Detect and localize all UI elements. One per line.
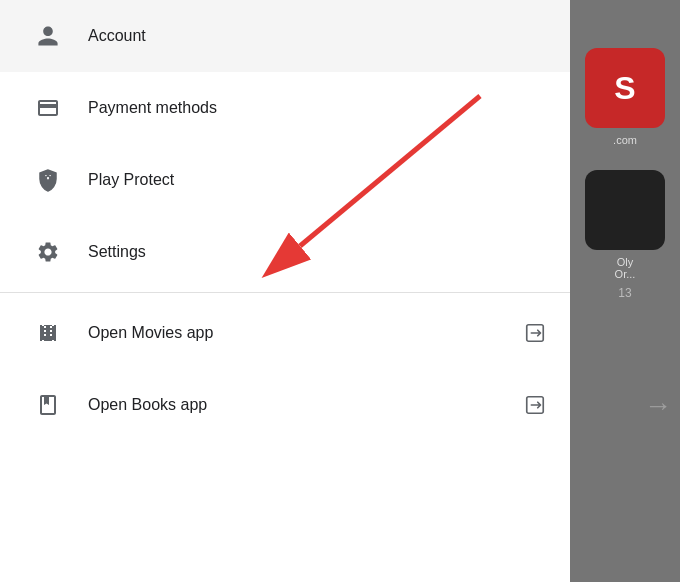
right-arrow-icon: → xyxy=(644,390,672,422)
menu-divider xyxy=(0,292,570,293)
settings-icon xyxy=(24,240,72,264)
menu-item-settings[interactable]: Settings xyxy=(0,216,570,288)
playprotect-icon xyxy=(24,168,72,192)
playprotect-label: Play Protect xyxy=(88,171,546,189)
menu-panel: Account Payment methods Play Protect Set… xyxy=(0,0,570,582)
payment-icon xyxy=(24,96,72,120)
app-num: 13 xyxy=(618,286,631,300)
movies-label: Open Movies app xyxy=(88,324,524,342)
settings-label: Settings xyxy=(88,243,546,261)
books-label: Open Books app xyxy=(88,396,524,414)
app-label-dark: OlyOr... xyxy=(615,256,636,280)
movies-icon xyxy=(24,321,72,345)
payment-label: Payment methods xyxy=(88,99,546,117)
menu-item-movies[interactable]: Open Movies app xyxy=(0,297,570,369)
books-icon xyxy=(24,393,72,417)
menu-item-account[interactable]: Account xyxy=(0,0,570,72)
account-icon xyxy=(24,24,72,48)
app-label-red: .com xyxy=(613,134,637,146)
books-action-icon xyxy=(524,394,546,416)
menu-item-playprotect[interactable]: Play Protect xyxy=(0,144,570,216)
right-panel: S .com OlyOr... 13 → xyxy=(570,0,680,582)
menu-item-payment[interactable]: Payment methods xyxy=(0,72,570,144)
movies-action-icon xyxy=(524,322,546,344)
app-icon-dark xyxy=(585,170,665,250)
account-label: Account xyxy=(88,27,546,45)
menu-item-books[interactable]: Open Books app xyxy=(0,369,570,441)
app-icon-red: S xyxy=(585,48,665,128)
